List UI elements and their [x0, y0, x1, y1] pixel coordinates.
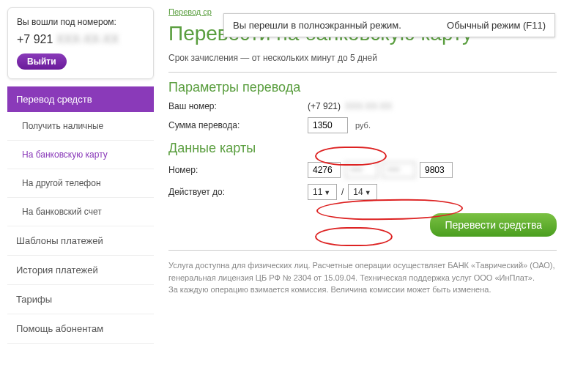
nav-item-phone[interactable]: На другой телефон	[7, 169, 154, 198]
row-expiry: Действует до: 11▼ / 14▼	[168, 184, 557, 200]
your-number-value: (+7 921) XXX-XX-XX	[308, 101, 392, 111]
section-card-data: Данные карты	[168, 141, 557, 156]
your-number-label: Ваш номер:	[168, 101, 308, 111]
nav-item-card[interactable]: На банковскую карту	[7, 141, 154, 169]
footer-p1: Услуга доступна для физических лиц. Расч…	[168, 259, 557, 284]
row-your-number: Ваш номер: (+7 921) XXX-XX-XX	[168, 101, 557, 111]
nav-item-templates[interactable]: Шаблоны платежей	[7, 226, 154, 256]
breadcrumb-link[interactable]: Перевод ср	[168, 7, 212, 16]
nav-item-history[interactable]: История платежей	[7, 256, 154, 285]
submit-button[interactable]: Перевести средства	[430, 213, 557, 237]
logged-in-label: Вы вошли под номером:	[17, 17, 144, 27]
nav-item-account[interactable]: На банковский счет	[7, 198, 154, 226]
user-box: Вы вошли под номером: +7 921 XXX-XX-XX В…	[7, 7, 154, 79]
logout-button[interactable]: Выйти	[17, 53, 67, 70]
currency-label: руб.	[355, 121, 371, 130]
footer-text: Услуга доступна для физических лиц. Расч…	[168, 250, 557, 296]
nav-item-cash[interactable]: Получить наличные	[7, 112, 154, 141]
card-label: Номер:	[168, 165, 308, 175]
chevron-down-icon: ▼	[324, 189, 330, 196]
expiry-separator: /	[341, 187, 344, 197]
nav-item-tariffs[interactable]: Тарифы	[7, 285, 154, 314]
fullscreen-notification: Вы перешли в полноэкранный режим. Обычны…	[223, 13, 555, 37]
nav-header-transfer[interactable]: Перевод средств	[7, 86, 154, 112]
notification-action[interactable]: Обычный режим (F11)	[447, 20, 546, 31]
notification-message: Вы перешли в полноэкранный режим.	[233, 20, 401, 31]
nav: Перевод средств Получить наличные На бан…	[7, 86, 154, 344]
sidebar: Вы вошли под номером: +7 921 XXX-XX-XX В…	[7, 7, 154, 344]
card-input-2[interactable]	[345, 162, 378, 178]
user-phone: +7 921 XXX-XX-XX	[17, 33, 144, 46]
page-subtitle: Срок зачисления — от нескольких минут до…	[168, 53, 557, 73]
card-input-4[interactable]	[420, 162, 453, 178]
row-amount: Сумма перевода: руб.	[168, 117, 557, 133]
chevron-down-icon: ▼	[365, 189, 371, 196]
amount-input[interactable]	[308, 117, 348, 133]
main-content: Перевод ср Перевести на банковскую карту…	[154, 7, 557, 344]
expiry-month-select[interactable]: 11▼	[308, 184, 337, 200]
row-card-number: Номер:	[168, 162, 557, 178]
amount-label: Сумма перевода:	[168, 120, 308, 130]
footer-p2: За каждую операцию взимается комиссия. В…	[168, 284, 557, 296]
expiry-year-select[interactable]: 14▼	[348, 184, 377, 200]
nav-item-help[interactable]: Помощь абонентам	[7, 314, 154, 344]
card-input-1[interactable]	[308, 162, 341, 178]
section-transfer-params: Параметры перевода	[168, 80, 557, 95]
card-input-3[interactable]	[382, 162, 415, 178]
expiry-label: Действует до:	[168, 187, 308, 197]
